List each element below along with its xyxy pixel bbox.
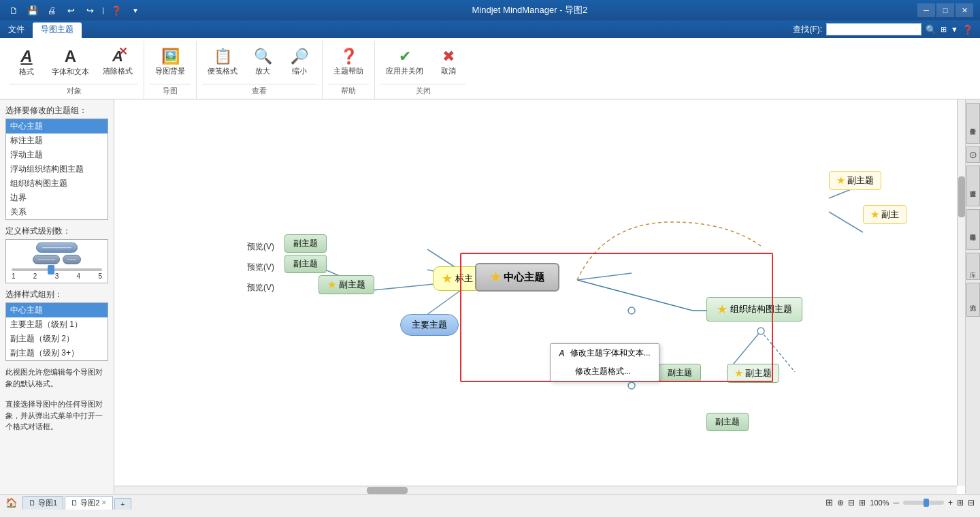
slider-label-5: 5 bbox=[98, 272, 102, 280]
fit-page-icon[interactable]: ⊟ bbox=[968, 498, 975, 507]
theme-item-relation[interactable]: 关系 bbox=[6, 205, 108, 219]
context-menu-item-format[interactable]: 修改主题格式... bbox=[551, 362, 659, 381]
cancel-label: 取消 bbox=[441, 66, 456, 76]
redo-icon[interactable]: ↪ bbox=[83, 3, 97, 17]
panel-description: 此视图允许您编辑每个导图对象的默认格式。 bbox=[5, 366, 108, 389]
maximize-btn[interactable]: □ bbox=[936, 3, 954, 17]
help-question-icon[interactable]: ❓ bbox=[962, 25, 973, 35]
theme-item-note[interactable]: 标注主题 bbox=[6, 134, 108, 148]
search-input[interactable] bbox=[826, 23, 921, 35]
svg-point-15 bbox=[628, 382, 635, 389]
font-text-btn[interactable]: A 字体和文本 bbox=[46, 46, 95, 80]
canvas-area[interactable]: 预览(V) 预览(V) 预览(V) 副主题 副主题 ★副主题 ★标主 主要主题 … bbox=[114, 99, 965, 494]
right-icon-circle[interactable]: ⊙ bbox=[966, 146, 980, 163]
right-icon-library[interactable]: 库 bbox=[966, 253, 980, 280]
minimize-btn[interactable]: ─ bbox=[917, 3, 935, 17]
node-sub-tr2[interactable]: ★副主 bbox=[863, 205, 906, 224]
style-group-list[interactable]: 中心主题 主要主题（级别 1） 副主题（级别 2） 副主题（级别 3+） bbox=[5, 302, 108, 361]
cancel-btn[interactable]: ✖ 取消 bbox=[431, 46, 466, 79]
h-scrollbar[interactable] bbox=[114, 486, 957, 494]
slider-thumb[interactable] bbox=[48, 265, 54, 275]
v-scroll-thumb[interactable] bbox=[958, 176, 965, 217]
theme-item-float[interactable]: 浮动主题 bbox=[6, 148, 108, 162]
preview-label-2: 预览(V) bbox=[247, 262, 274, 273]
zoom-out-btn[interactable]: 🔍 缩小 bbox=[282, 46, 316, 79]
window-title: Mindjet MindManager - 导图2 bbox=[142, 4, 917, 16]
topic-help-btn[interactable]: ❓ 主题帮助 bbox=[328, 46, 369, 79]
theme-item-boundary[interactable]: 边界 bbox=[6, 191, 108, 205]
right-icon-storage[interactable]: 导图存储 bbox=[966, 209, 980, 250]
slider-labels: 1 2 3 4 5 bbox=[9, 271, 105, 280]
tab-diagram1[interactable]: 🗋 导图1 bbox=[22, 496, 63, 510]
style-group-main[interactable]: 主要主题（级别 1） bbox=[6, 317, 108, 332]
title-bar: 🗋 💾 🖨 ↩ ↪ | ❓ ▼ Mindjet MindManager - 导图… bbox=[0, 0, 980, 20]
status-icon-2[interactable]: ⊕ bbox=[837, 498, 844, 507]
style-shape-1: ────── bbox=[36, 242, 78, 253]
context-menu-item-font[interactable]: A 修改主题字体和文本... bbox=[551, 344, 659, 362]
style-group-sub3[interactable]: 副主题（级别 3+） bbox=[6, 346, 108, 360]
ribbon-buttons-object: A 格式 A 字体和文本 A ✕ 清除格式 bbox=[10, 41, 138, 84]
context-format-label: 修改主题格式... bbox=[575, 366, 631, 377]
node-sub-left-1[interactable]: 副主题 bbox=[284, 234, 327, 253]
bg-btn[interactable]: 🖼️ 导图背景 bbox=[150, 46, 191, 79]
star-org: ★ bbox=[717, 302, 728, 317]
tab-diagram2[interactable]: 🗋 导图2 ✕ bbox=[65, 496, 113, 510]
tab2-label: 导图2 bbox=[80, 498, 99, 508]
style-group-sub2[interactable]: 副主题（级别 2） bbox=[6, 332, 108, 346]
view-toggle-icon[interactable]: ⊞ bbox=[941, 25, 947, 34]
clear-format-btn[interactable]: A ✕ 清除格式 bbox=[97, 46, 138, 79]
right-icon-browse[interactable]: 浏览 bbox=[966, 283, 980, 317]
tab-new[interactable]: + bbox=[114, 498, 131, 510]
help-menu-icon[interactable]: ▼ bbox=[951, 25, 958, 33]
filter-icon[interactable]: ⊞ bbox=[826, 497, 833, 507]
v-scrollbar[interactable] bbox=[957, 99, 965, 486]
right-icon-task[interactable]: 任务窗格 bbox=[966, 103, 980, 144]
zoom-in-icon: 🔍 bbox=[254, 49, 272, 64]
right-icon-resource[interactable]: 资源管理 bbox=[966, 166, 980, 206]
zoom-slider[interactable] bbox=[903, 501, 944, 505]
zoom-in-btn[interactable]: 🔍 放大 bbox=[246, 46, 280, 79]
zoom-minus[interactable]: ─ bbox=[893, 498, 899, 507]
status-icon-3[interactable]: ⊟ bbox=[848, 498, 855, 507]
menu-file[interactable]: 文件 bbox=[0, 20, 33, 38]
node-org[interactable]: ★组织结构图主题 bbox=[706, 297, 802, 322]
zoom-plus[interactable]: + bbox=[948, 498, 953, 507]
node-sub-bottom-3[interactable]: 副主题 bbox=[706, 413, 749, 431]
menu-bar: 文件 导图主题 查找(F): 🔍 ⊞ ▼ ❓ bbox=[0, 20, 980, 38]
theme-item-center[interactable]: 中心主题 bbox=[6, 119, 108, 134]
status-icon-4[interactable]: ⊞ bbox=[859, 498, 866, 507]
theme-item-org[interactable]: 组织结构图主题 bbox=[6, 176, 108, 191]
node-sub-left-3-star[interactable]: ★副主题 bbox=[318, 275, 374, 294]
format-btn[interactable]: A 格式 bbox=[10, 46, 44, 80]
node-center[interactable]: ★中心主题 bbox=[475, 263, 559, 292]
slider-row: 1 2 3 4 5 bbox=[9, 268, 105, 280]
tab-bar: 🗋 导图1 🗋 导图2 ✕ + bbox=[22, 496, 131, 510]
note-format-btn[interactable]: 📋 便笺格式 bbox=[202, 46, 243, 79]
node-sub-tr1[interactable]: ★副主题 bbox=[829, 171, 881, 190]
apply-close-label: 应用并关闭 bbox=[386, 66, 423, 76]
style-group-center[interactable]: 中心主题 bbox=[6, 303, 108, 317]
theme-item-float-org[interactable]: 浮动组织结构图主题 bbox=[6, 162, 108, 176]
ribbon-group-help: ❓ 主题帮助 帮助 bbox=[323, 41, 375, 99]
undo-icon[interactable]: ↩ bbox=[64, 3, 78, 17]
help-quick-icon[interactable]: ❓ bbox=[110, 3, 123, 17]
help-dropdown-icon[interactable]: ▼ bbox=[129, 3, 142, 17]
node-sub-bottom-2-star[interactable]: ★副主题 bbox=[727, 364, 779, 383]
node-sub-bottom-1[interactable]: 副主题 bbox=[659, 364, 701, 382]
theme-group-list[interactable]: 中心主题 标注主题 浮动主题 浮动组织结构图主题 组织结构图主题 边界 关系 bbox=[5, 119, 108, 220]
zoom-slider-thumb[interactable] bbox=[924, 499, 929, 507]
tab2-close[interactable]: ✕ bbox=[101, 499, 107, 506]
menu-diagram-theme[interactable]: 导图主题 bbox=[33, 22, 82, 38]
search-submit-icon[interactable]: 🔍 bbox=[926, 25, 936, 35]
apply-close-btn[interactable]: ✔ 应用并关闭 bbox=[380, 46, 429, 79]
close-btn[interactable]: ✕ bbox=[956, 3, 973, 17]
preview-label-3: 预览(V) bbox=[247, 282, 274, 294]
node-main-topic[interactable]: 主要主题 bbox=[400, 314, 459, 336]
app-icon: 🗋 bbox=[7, 3, 20, 17]
save-quick-icon[interactable]: 💾 bbox=[26, 3, 39, 17]
h-scroll-thumb[interactable] bbox=[367, 487, 408, 494]
node-sub-left-2[interactable]: 副主题 bbox=[284, 255, 327, 273]
print-quick-icon[interactable]: 🖨 bbox=[45, 3, 59, 17]
fit-width-icon[interactable]: ⊞ bbox=[957, 498, 964, 507]
ribbon-buttons-view: 📋 便笺格式 🔍 放大 🔍 缩小 bbox=[202, 41, 316, 84]
